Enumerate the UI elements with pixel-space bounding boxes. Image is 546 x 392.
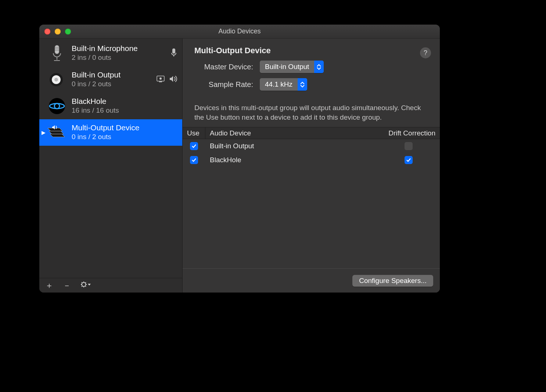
device-row-built-in-output[interactable]: Built-in Output 0 ins / 2 outs [39,66,182,93]
minimize-button[interactable] [55,29,61,35]
device-io: 0 ins / 2 outs [72,79,157,89]
device-io: 0 ins / 2 outs [72,132,179,142]
subdevice-table: Use Audio Device Drift Correction Built-… [183,127,440,167]
column-use[interactable]: Use [183,127,205,139]
remove-device-button[interactable]: － [63,280,71,291]
use-checkbox[interactable] [190,156,198,164]
device-name: BlackHole [72,97,179,106]
table-row[interactable]: Built-in Output [183,139,440,153]
audio-devices-window: Audio Devices [39,25,440,293]
help-button[interactable]: ? [420,47,431,58]
use-checkbox[interactable] [190,142,198,150]
panel-description: Devices in this multi-output group will … [183,99,440,127]
device-io: 16 ins / 16 outs [72,106,179,116]
actions-menu-button[interactable] [80,281,91,290]
svg-rect-12 [159,81,162,82]
drift-checkbox [405,142,413,150]
svg-point-13 [159,77,162,80]
panel-footer: Configure Speakers... [183,268,440,293]
window-body: Built-in Microphone 2 ins / 0 outs [39,39,440,293]
device-name: Built-in Output [72,70,157,79]
sample-rate-value: 44.1 kHz [260,80,298,88]
device-name: Built-in Microphone [72,44,170,53]
svg-point-10 [54,78,58,81]
column-device[interactable]: Audio Device [205,129,377,137]
drift-checkbox[interactable] [405,156,413,164]
svg-line-24 [82,286,82,287]
svg-point-17 [82,282,86,286]
device-row-blackhole[interactable]: BlackHole 16 ins / 16 outs [39,93,182,119]
master-device-value: Built-in Output [260,63,314,71]
close-button[interactable] [44,29,50,35]
svg-rect-6 [172,48,175,54]
detail-panel: Multi-Output Device Master Device: Built… [183,39,440,293]
traffic-lights [44,29,71,35]
microphone-icon [47,44,67,63]
table-empty-area [183,167,440,268]
master-device-label: Master Device: [194,63,253,71]
sample-rate-label: Sample Rate: [194,80,253,89]
row-device-name: BlackHole [205,156,377,164]
column-drift[interactable]: Drift Correction [377,129,440,137]
device-row-built-in-microphone[interactable]: Built-in Microphone 2 ins / 0 outs [39,40,182,66]
device-row-multi-output[interactable]: ▶ [39,119,182,146]
blackhole-icon [47,97,67,116]
default-output-icon [169,76,177,84]
add-device-button[interactable]: ＋ [45,280,53,291]
sample-rate-select[interactable]: 44.1 kHz [260,78,307,91]
default-input-icon [170,48,177,59]
titlebar[interactable]: Audio Devices [39,25,440,39]
svg-line-22 [82,282,82,283]
multi-output-icon [47,123,67,142]
device-list: Built-in Microphone 2 ins / 0 outs [39,39,182,278]
device-sidebar: Built-in Microphone 2 ins / 0 outs [39,39,183,293]
window-title: Audio Devices [39,28,440,35]
table-header: Use Audio Device Drift Correction [183,127,440,139]
select-stepper-icon [314,61,324,73]
disclosure-triangle-icon[interactable]: ▶ [42,130,46,135]
svg-line-23 [86,286,86,287]
table-row[interactable]: BlackHole [183,153,440,167]
svg-rect-0 [55,45,59,54]
system-output-icon [157,76,165,84]
svg-line-25 [86,282,86,283]
zoom-button[interactable] [65,29,71,35]
configure-speakers-button[interactable]: Configure Speakers... [352,275,433,287]
speaker-icon [47,70,67,89]
panel-title: Multi-Output Device [194,46,430,55]
device-name: Multi-Output Device [72,123,179,132]
master-device-select[interactable]: Built-in Output [260,61,324,73]
device-io: 2 ins / 0 outs [72,53,170,63]
select-stepper-icon [298,78,307,91]
svg-point-16 [54,104,60,109]
row-device-name: Built-in Output [205,142,377,150]
sidebar-footer: ＋ － [39,278,182,293]
